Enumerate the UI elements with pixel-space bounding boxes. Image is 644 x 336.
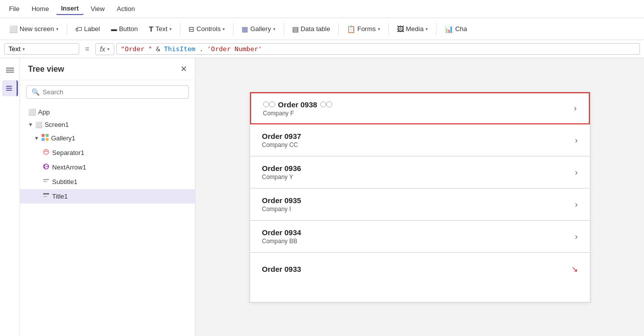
hamburger-icon[interactable]	[2, 62, 18, 78]
app-label: App	[38, 108, 50, 116]
gallery-item-4[interactable]: Order 0935 Company I ›	[250, 189, 590, 221]
forms-icon: 📋	[347, 25, 355, 33]
tree-node-gallery1[interactable]: ▼ Gallery1	[20, 131, 195, 145]
forms-button[interactable]: 📋 Forms ▾	[342, 23, 385, 36]
formula-field: 'Order Number'	[207, 45, 262, 53]
text-icon: T	[149, 25, 153, 33]
handle-right-1	[320, 101, 326, 107]
main-layout: Tree view ✕ 🔍 ⬜ App ▼ ⬜ Screen1 ▼	[0, 58, 644, 336]
item-6-content: Order 0933	[262, 265, 571, 273]
gallery-item-3[interactable]: Order 0936 Company Y ›	[250, 156, 590, 189]
svg-rect-9	[46, 138, 49, 141]
separator1-icon	[42, 148, 50, 157]
sidebar-icons	[0, 58, 20, 336]
svg-rect-16	[43, 193, 49, 195]
tree-node-separator1[interactable]: Separator1	[20, 145, 195, 160]
formula-thisitem: ThisItem	[164, 45, 195, 53]
svg-rect-4	[6, 88, 12, 89]
svg-rect-14	[43, 179, 49, 180]
menu-insert[interactable]: Insert	[56, 3, 84, 15]
formula-fx-button[interactable]: fx ▾	[95, 43, 114, 55]
menu-home[interactable]: Home	[27, 3, 54, 15]
item-6-arrow: ↘	[571, 264, 578, 274]
gallery-item-2[interactable]: Order 0937 Company CC ›	[250, 124, 590, 156]
gallery-icon: ▦	[242, 25, 248, 33]
button-icon: ▬	[111, 26, 117, 33]
controls-button[interactable]: ⊟ Controls ▾	[183, 23, 230, 36]
svg-rect-3	[6, 90, 12, 91]
formula-fx-label: fx	[100, 45, 105, 53]
tree-node-screen1[interactable]: ▼ ⬜ Screen1	[20, 118, 195, 131]
formula-fx-caret: ▾	[107, 47, 110, 52]
layers-icon[interactable]	[2, 80, 18, 96]
toolbar-separator-2	[180, 23, 180, 35]
svg-point-10	[44, 149, 49, 154]
separator1-label: Separator1	[52, 149, 84, 156]
media-button[interactable]: 🖼 Media ▾	[392, 23, 433, 36]
menu-bar: File Home Insert View Action	[0, 0, 644, 18]
button-button[interactable]: ▬ Button	[106, 23, 143, 35]
screen1-icon: ⬜	[35, 121, 43, 128]
datatable-button[interactable]: ▤ Data table	[287, 23, 335, 36]
formula-dropdown-label: Text	[9, 45, 21, 53]
label-icon: 🏷	[75, 25, 82, 33]
gallery-btn-label: Gallery	[250, 25, 271, 33]
handle-left-2	[269, 101, 275, 107]
formula-string1: "Order "	[121, 45, 152, 53]
tree-node-app[interactable]: ⬜ App	[20, 106, 195, 118]
menu-view[interactable]: View	[86, 3, 110, 15]
item-1-title: Order 0938	[278, 100, 317, 109]
media-icon: 🖼	[397, 25, 404, 33]
chart-icon: 📊	[445, 25, 453, 33]
tree-title: Tree view	[28, 65, 64, 74]
tree-node-subtitle1[interactable]: Subtitle1	[20, 175, 195, 189]
menu-action[interactable]: Action	[112, 3, 140, 15]
tree-node-nextarrow1[interactable]: NextArrow1	[20, 160, 195, 175]
gallery-caret: ▾	[273, 27, 276, 32]
toolbar-separator-5	[338, 23, 339, 35]
subtitle1-icon	[42, 177, 50, 187]
item-5-arrow: ›	[575, 232, 577, 241]
item-2-subtitle: Company CC	[262, 141, 575, 148]
subtitle1-label: Subtitle1	[52, 178, 78, 186]
search-box: 🔍	[26, 85, 189, 99]
tree-node-title1[interactable]: Title1	[20, 189, 195, 204]
search-icon: 🔍	[32, 88, 40, 96]
tree-nodes: ⬜ App ▼ ⬜ Screen1 ▼	[20, 104, 195, 336]
formula-bar: Text ▾ = fx ▾ "Order " & ThisItem . 'Ord…	[0, 40, 644, 58]
item-2-content: Order 0937 Company CC	[262, 132, 575, 148]
chart-button[interactable]: 📊 Cha	[440, 23, 472, 36]
svg-rect-15	[43, 181, 47, 182]
svg-rect-2	[6, 72, 14, 73]
gallery-item-5[interactable]: Order 0934 Company BB ›	[250, 221, 590, 253]
app-icon: ⬜	[28, 108, 36, 116]
screen1-caret-icon: ▼	[28, 122, 33, 127]
chart-btn-label: Cha	[455, 25, 467, 33]
toolbar-separator-6	[388, 23, 389, 35]
controls-icon: ⊟	[188, 25, 194, 33]
svg-rect-0	[6, 68, 14, 69]
item-4-title: Order 0935	[262, 196, 575, 205]
gallery-button[interactable]: ▦ Gallery ▾	[237, 23, 280, 36]
toolbar-separator-1	[67, 23, 67, 35]
search-input[interactable]	[43, 88, 183, 96]
item-1-subtitle: Company F	[263, 110, 574, 117]
item-5-subtitle: Company BB	[262, 238, 575, 245]
menu-file[interactable]: File	[4, 3, 25, 15]
formula-input[interactable]: "Order " & ThisItem . 'Order Number'	[116, 43, 640, 55]
button-btn-label: Button	[119, 25, 138, 33]
label-button[interactable]: 🏷 Label	[70, 23, 105, 36]
item-5-title: Order 0934	[262, 228, 575, 237]
gallery-item-1[interactable]: Order 0938 Company F ›	[250, 92, 590, 124]
nextarrow1-label: NextArrow1	[52, 163, 86, 171]
item-2-arrow: ›	[575, 136, 577, 145]
gallery-item-6[interactable]: Order 0933 ↘	[250, 253, 590, 285]
item-3-arrow: ›	[575, 168, 577, 177]
formula-dropdown[interactable]: Text ▾	[4, 43, 79, 55]
tree-close-button[interactable]: ✕	[180, 64, 187, 74]
svg-rect-1	[6, 70, 14, 71]
canvas-area: Order 0938 Company F › Order 0937 Compan…	[195, 58, 644, 336]
forms-btn-label: Forms	[357, 25, 376, 33]
new-screen-button[interactable]: ⬜ New screen ▾	[4, 23, 64, 36]
text-button[interactable]: T Text ▾	[144, 22, 177, 36]
